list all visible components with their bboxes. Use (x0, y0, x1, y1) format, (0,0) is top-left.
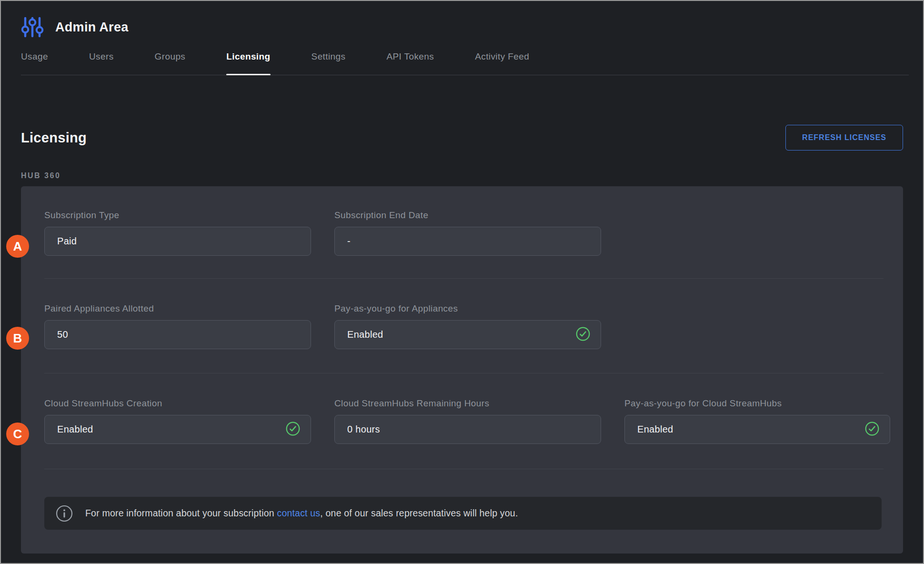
field-value: 50 (57, 329, 300, 340)
field-label: Pay-as-you-go for Appliances (334, 303, 601, 314)
section-label-hub360: HUB 360 (21, 171, 903, 180)
contact-us-link[interactable]: contact us (277, 508, 320, 518)
field-input[interactable]: Enabled (624, 415, 890, 444)
tab-settings[interactable]: Settings (311, 51, 346, 75)
info-circle-icon (56, 505, 73, 522)
check-circle-icon (286, 422, 300, 438)
check-circle-icon (865, 422, 879, 438)
field-label: Subscription Type (44, 210, 311, 221)
field-value: Enabled (57, 424, 286, 435)
banner-text-before: For more information about your subscrip… (85, 508, 277, 518)
field-input[interactable]: 0 hours (334, 415, 601, 444)
field-label: Pay-as-you-go for Cloud StreamHubs (624, 398, 890, 409)
field-subscription-type: Subscription Type Paid (44, 210, 311, 256)
field-value: - (347, 236, 590, 247)
licensing-card: Subscription Type Paid Subscription End … (21, 186, 903, 554)
app-title: Admin Area (55, 20, 129, 35)
field-subscription-end-date: Subscription End Date - (334, 210, 601, 256)
tab-bar: UsageUsersGroupsLicensingSettingsAPI Tok… (21, 51, 909, 75)
field-input[interactable]: 50 (44, 320, 311, 349)
tab-activity-feed[interactable]: Activity Feed (475, 51, 529, 75)
field-label: Subscription End Date (334, 210, 601, 221)
field-label: Cloud StreamHubs Remaining Hours (334, 398, 601, 409)
field-label: Cloud StreamHubs Creation (44, 398, 311, 409)
field-pay-as-you-go-for-cloud-streamhubs: Pay-as-you-go for Cloud StreamHubs Enabl… (624, 398, 890, 444)
tab-groups[interactable]: Groups (155, 51, 186, 75)
banner-text-after: , one of our sales representatives will … (320, 508, 518, 518)
refresh-licenses-button[interactable]: REFRESH LICENSES (785, 125, 903, 151)
tab-users[interactable]: Users (89, 51, 114, 75)
field-input[interactable]: Enabled (334, 320, 601, 349)
annotation-marker-a: A (6, 235, 29, 258)
field-label: Paired Appliances Allotted (44, 303, 311, 314)
info-banner-text: For more information about your subscrip… (85, 508, 518, 519)
field-value: Paid (57, 236, 300, 247)
field-paired-appliances-allotted: Paired Appliances Allotted 50 (44, 303, 311, 349)
field-value: Enabled (637, 424, 865, 435)
page-title: Licensing (21, 130, 87, 146)
sliders-logo-icon (21, 16, 44, 39)
subscription-info-banner: For more information about your subscrip… (44, 497, 882, 530)
tab-licensing[interactable]: Licensing (226, 51, 270, 75)
field-row-3: Cloud StreamHubs Creation Enabled Cloud … (21, 373, 903, 469)
field-cloud-streamhubs-remaining-hours: Cloud StreamHubs Remaining Hours 0 hours (334, 398, 601, 444)
app-header: Admin Area (1, 1, 923, 43)
field-input[interactable]: Enabled (44, 415, 311, 444)
annotation-marker-b: B (6, 327, 29, 350)
field-pay-as-you-go-for-appliances: Pay-as-you-go for Appliances Enabled (334, 303, 601, 349)
field-input[interactable]: - (334, 227, 601, 256)
annotation-marker-c: C (6, 423, 29, 445)
row-divider (44, 469, 884, 469)
field-value: 0 hours (347, 424, 590, 435)
field-value: Enabled (347, 329, 576, 340)
field-input[interactable]: Paid (44, 227, 311, 256)
page-head: Licensing REFRESH LICENSES (21, 125, 903, 151)
tab-api-tokens[interactable]: API Tokens (386, 51, 434, 75)
field-row-1: Subscription Type Paid Subscription End … (21, 186, 903, 278)
field-row-2: Paired Appliances Allotted 50 Pay-as-you… (21, 279, 903, 373)
field-cloud-streamhubs-creation: Cloud StreamHubs Creation Enabled (44, 398, 311, 444)
tab-usage[interactable]: Usage (21, 51, 48, 75)
check-circle-icon (576, 327, 590, 343)
admin-area-screen: Admin Area UsageUsersGroupsLicensingSett… (0, 0, 924, 564)
